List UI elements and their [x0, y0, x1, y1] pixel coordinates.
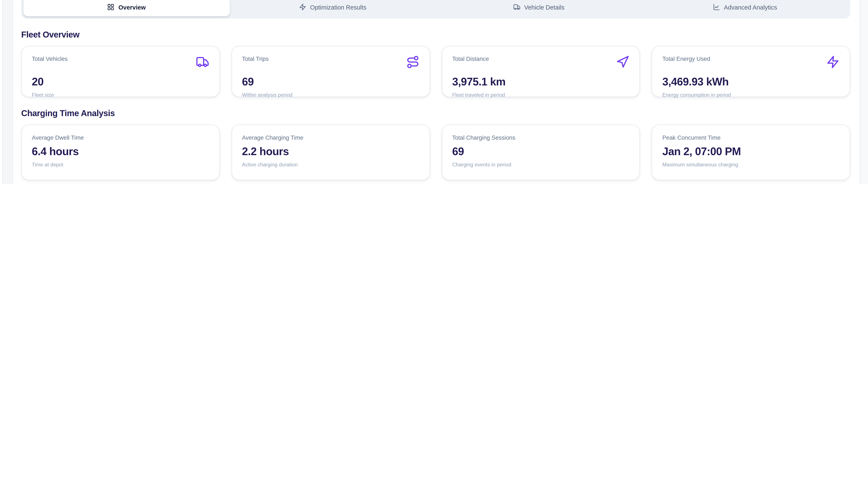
- stat-label: Total Charging Sessions: [452, 134, 630, 141]
- stat-value: 69: [242, 75, 419, 88]
- tab-vehicle-details[interactable]: Vehicle Details: [436, 0, 642, 16]
- stat-label: Total Trips: [242, 55, 269, 62]
- stat-card-avg-dwell: Average Dwell Time 6.4 hours Time at dep…: [21, 125, 220, 180]
- tab-overview[interactable]: Overview: [23, 0, 230, 16]
- tab-overview-label: Overview: [118, 4, 146, 11]
- stat-subtitle: Energy consumption in period: [662, 92, 840, 98]
- dashboard-page: Overview Optimization Results Vehicle De…: [0, 0, 868, 184]
- zap-icon: [299, 3, 306, 12]
- stat-value: 2.2 hours: [242, 145, 419, 158]
- stat-card-total-trips: Total Trips 69 Within analysis period: [231, 46, 430, 97]
- tab-optimization-results[interactable]: Optimization Results: [230, 0, 436, 16]
- stat-label: Average Dwell Time: [32, 134, 209, 141]
- route-icon: [406, 55, 419, 71]
- left-gutter: [2, 0, 13, 184]
- stat-subtitle: Charging events in period: [452, 162, 630, 167]
- charging-time-heading: Charging Time Analysis: [21, 108, 850, 118]
- stat-subtitle: Fleet size: [32, 92, 209, 98]
- line-chart-icon: [713, 3, 720, 12]
- tab-optimization-results-label: Optimization Results: [310, 4, 366, 11]
- stat-value: Jan 2, 07:00 PM: [662, 145, 840, 158]
- stat-card-total-sessions: Total Charging Sessions 69 Charging even…: [442, 125, 640, 180]
- fleet-overview-heading: Fleet Overview: [21, 30, 850, 39]
- stat-subtitle: Active charging duration: [242, 162, 419, 167]
- stat-value: 3,469.93 kWh: [662, 75, 840, 88]
- navigation-icon: [616, 55, 630, 71]
- stat-card-total-vehicles: Total Vehicles 20 Fleet size: [21, 46, 220, 97]
- fleet-overview-cards: Total Vehicles 20 Fleet size Total Trips…: [21, 46, 850, 97]
- stat-value: 20: [32, 75, 209, 88]
- stat-value: 3,975.1 km: [452, 75, 630, 88]
- layout-grid-icon: [107, 3, 114, 12]
- stat-card-total-distance: Total Distance 3,975.1 km Fleet traveled…: [442, 46, 640, 97]
- stat-value: 6.4 hours: [32, 145, 209, 158]
- tab-advanced-analytics-label: Advanced Analytics: [724, 4, 777, 11]
- stat-subtitle: Maximum simultaneous charging: [662, 162, 840, 167]
- stat-value: 69: [452, 145, 630, 158]
- truck-icon: [513, 3, 520, 12]
- stat-label: Total Vehicles: [32, 55, 67, 62]
- stat-label: Average Charging Time: [242, 134, 419, 141]
- stat-label: Total Distance: [452, 55, 489, 62]
- stat-card-peak-concurrent: Peak Concurrent Time Jan 2, 07:00 PM Max…: [652, 125, 850, 180]
- charging-time-cards: Average Dwell Time 6.4 hours Time at dep…: [21, 125, 850, 180]
- zap-icon: [826, 55, 840, 71]
- truck-icon: [196, 55, 209, 71]
- stat-label: Total Energy Used: [662, 55, 710, 62]
- scrollbar-gutter: [860, 0, 868, 184]
- tab-vehicle-details-label: Vehicle Details: [524, 4, 564, 11]
- stat-card-total-energy: Total Energy Used 3,469.93 kWh Energy co…: [652, 46, 850, 97]
- stat-label: Peak Concurrent Time: [662, 134, 840, 141]
- stat-subtitle: Within analysis period: [242, 92, 419, 98]
- stat-subtitle: Time at depot: [32, 162, 209, 167]
- stat-card-avg-charging: Average Charging Time 2.2 hours Active c…: [231, 125, 430, 180]
- stat-subtitle: Fleet traveled in period: [452, 92, 630, 98]
- tab-advanced-analytics[interactable]: Advanced Analytics: [642, 0, 848, 16]
- tab-bar: Overview Optimization Results Vehicle De…: [21, 0, 850, 18]
